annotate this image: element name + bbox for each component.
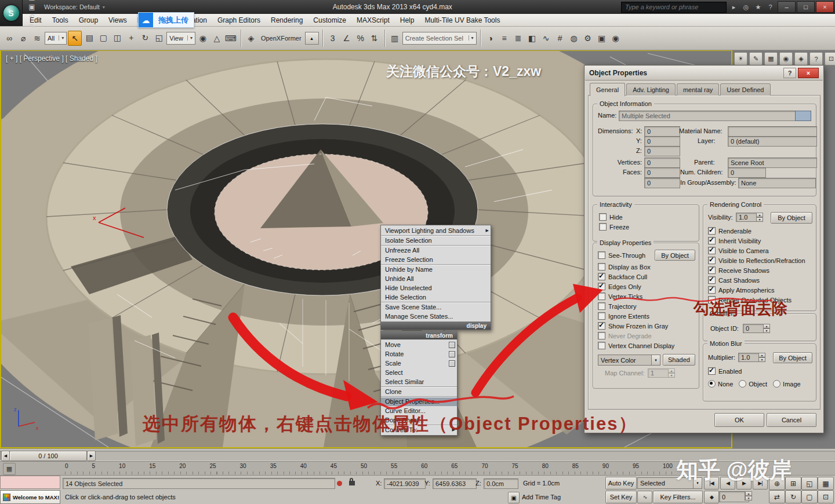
- layer-manager-icon[interactable]: ≣: [512, 31, 525, 45]
- checkbox[interactable]: Display as Box: [598, 262, 674, 272]
- selection-lock-icon[interactable]: [347, 477, 357, 487]
- undo-icon[interactable]: ↶: [27, 12, 37, 22]
- context-menu-item[interactable]: Scale: [381, 359, 457, 368]
- radio-button[interactable]: Image: [773, 380, 801, 388]
- rendered-frame-icon[interactable]: ▣: [596, 31, 608, 45]
- checkbox[interactable]: Inherit Visibility: [708, 236, 805, 246]
- cancel-button[interactable]: Cancel: [767, 413, 816, 427]
- add-time-tag[interactable]: Add Time Tag: [522, 494, 561, 501]
- help-icon[interactable]: ?: [809, 52, 823, 65]
- dialog-tab[interactable]: Adv. Lighting: [626, 83, 676, 96]
- keyboard-override-icon[interactable]: ⌨: [224, 31, 237, 45]
- checkbox[interactable]: Receive Shadows: [708, 265, 805, 275]
- visibility-by-object-button[interactable]: By Object: [771, 212, 812, 224]
- context-menu-item[interactable]: Select: [381, 368, 457, 377]
- minimize-button[interactable]: –: [778, 1, 796, 13]
- menu-item[interactable]: Multi-Tile UV Bake Tools: [419, 14, 505, 26]
- checkbox[interactable]: Enabled: [708, 366, 742, 376]
- display-by-object-button[interactable]: By Object: [655, 250, 695, 261]
- menu-item[interactable]: Customize: [308, 14, 351, 26]
- select-by-name-icon[interactable]: ▤: [83, 31, 96, 45]
- camera-icon[interactable]: ◉: [779, 52, 793, 65]
- y-coord-field[interactable]: 6459.6363: [433, 479, 477, 489]
- search-input[interactable]: [621, 2, 727, 13]
- select-and-scale-icon[interactable]: ◱: [153, 31, 165, 45]
- checkbox[interactable]: Cast Shadows: [708, 275, 805, 285]
- set-key-button[interactable]: Set Key: [605, 491, 637, 503]
- context-menu-item[interactable]: Select Similar: [381, 377, 457, 386]
- object-id-spinner[interactable]: 0: [743, 324, 770, 333]
- isolate-selection-icon[interactable]: [334, 478, 344, 488]
- spin-down-icon[interactable]: [745, 496, 752, 501]
- context-menu-item[interactable]: Object Properties...: [381, 396, 457, 406]
- openxformer-up-button[interactable]: ▴: [305, 32, 319, 45]
- context-menu-item[interactable]: Rotate: [381, 349, 457, 359]
- time-slider-next-icon[interactable]: ▶: [87, 451, 96, 461]
- application-menu-button[interactable]: S: [0, 0, 23, 26]
- render-setup-icon[interactable]: ⚙: [582, 31, 594, 45]
- menu-item[interactable]: Graph Editors: [212, 14, 266, 26]
- viewport-label[interactable]: [ + ] [ Perspective ] [ Shaded ]: [6, 54, 97, 63]
- radio-button[interactable]: None: [708, 380, 733, 388]
- context-menu-item[interactable]: Viewport Lighting and Shadows: [381, 226, 491, 235]
- time-slider-handle[interactable]: 0 / 100: [9, 451, 87, 461]
- motion-blur-by-object-button[interactable]: By Object: [773, 352, 812, 363]
- mirror-icon[interactable]: ◑: [484, 31, 497, 45]
- close-button[interactable]: ×: [816, 1, 834, 13]
- checkbox[interactable]: Backface Cull: [598, 272, 674, 282]
- visibility-spinner[interactable]: 1.0: [736, 213, 763, 222]
- percent-snap-icon[interactable]: %: [354, 31, 367, 45]
- auto-key-button[interactable]: Auto Key: [605, 477, 637, 490]
- key-mode-toggle-button[interactable]: ◆: [704, 491, 719, 503]
- workspace-dropdown[interactable]: Workspace: Default ▾: [40, 2, 109, 12]
- curve-editor-icon[interactable]: ∿: [540, 31, 553, 45]
- context-menu-item[interactable]: Clone: [381, 386, 457, 396]
- object-color-swatch[interactable]: [795, 111, 811, 121]
- rectangular-selection-icon[interactable]: ▢: [97, 31, 110, 45]
- zoom-extents-icon[interactable]: ◱: [801, 477, 818, 490]
- spin-up-icon[interactable]: [763, 324, 770, 328]
- context-menu-item[interactable]: Manage Scene States...: [381, 312, 491, 321]
- orbit-icon[interactable]: ↻: [785, 490, 801, 503]
- macro-recorder-pane[interactable]: [0, 476, 60, 489]
- time-tag-icon[interactable]: ▣: [508, 492, 520, 503]
- checkbox[interactable]: Vertex Ticks: [598, 291, 674, 301]
- dialog-help-button[interactable]: ?: [783, 68, 796, 78]
- redo-icon[interactable]: ↷: [27, 22, 37, 32]
- ok-button[interactable]: OK: [714, 413, 764, 427]
- checkbox[interactable]: Freeze: [599, 222, 629, 232]
- multiplier-spinner[interactable]: 1.0: [738, 353, 765, 362]
- context-menu-item[interactable]: Unhide All: [381, 274, 491, 283]
- dialog-tab[interactable]: General: [590, 83, 625, 96]
- context-menu-item[interactable]: Save Scene State...: [381, 302, 491, 312]
- reference-coordinate-dropdown[interactable]: View▾: [166, 32, 195, 45]
- search-go-icon[interactable]: ▸: [728, 2, 739, 12]
- zoom-extents-all-icon[interactable]: ▦: [818, 477, 834, 490]
- current-frame-spinner[interactable]: [745, 491, 752, 501]
- welcome-button[interactable]: Welcome to MAX!: [0, 490, 60, 504]
- select-and-link-icon[interactable]: ∞: [3, 31, 16, 45]
- select-object-icon[interactable]: ↖: [68, 31, 82, 46]
- select-and-move-icon[interactable]: +: [125, 31, 137, 45]
- context-menu-item[interactable]: Unhide by Name: [381, 264, 491, 274]
- vertex-color-dropdown[interactable]: Vertex Color: [598, 355, 660, 366]
- display-icon[interactable]: ⊡: [825, 52, 835, 65]
- lock-icon[interactable]: ◈: [794, 52, 808, 65]
- menu-item[interactable]: Help: [395, 14, 420, 26]
- checkbox[interactable]: Visible to Camera: [708, 246, 805, 255]
- use-center-icon[interactable]: ◉: [197, 31, 209, 45]
- key-filters-button[interactable]: Key Filters...: [653, 491, 703, 503]
- selection-filter-dropdown[interactable]: All▾: [45, 32, 67, 45]
- x-coord-field[interactable]: -4021.9039: [384, 479, 426, 489]
- spin-up-icon[interactable]: [745, 491, 752, 496]
- spinner-snap-icon[interactable]: ⇅: [368, 31, 381, 45]
- checkbox[interactable]: Renderable: [708, 226, 805, 236]
- dialog-tab[interactable]: User Defined: [720, 83, 770, 96]
- pan-icon[interactable]: ⇄: [769, 490, 785, 503]
- sun-icon[interactable]: ☀: [734, 52, 747, 65]
- window-crossing-icon[interactable]: ◫: [111, 31, 124, 45]
- radio-button[interactable]: Object: [739, 380, 767, 388]
- context-menu-item[interactable]: Unfreeze All: [381, 245, 491, 255]
- dialog-tab[interactable]: mental ray: [677, 83, 719, 96]
- checkbox[interactable]: Never Degrade: [598, 331, 674, 341]
